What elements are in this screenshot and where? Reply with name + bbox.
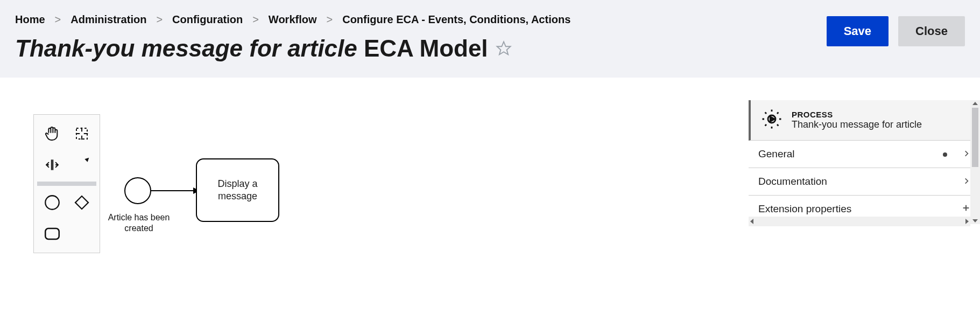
close-button[interactable]: Close xyxy=(898,16,965,46)
process-icon xyxy=(760,108,783,133)
properties-section-documentation[interactable]: Documentation xyxy=(749,168,980,196)
breadcrumb: Home > Administration > Configuration > … xyxy=(15,13,965,26)
page-title: Thank-you message for article ECA Model xyxy=(15,36,965,61)
sequence-flow-arrow[interactable] xyxy=(151,184,200,198)
scroll-left-icon[interactable] xyxy=(750,219,753,224)
scroll-up-icon[interactable] xyxy=(972,102,978,105)
breadcrumb-configuration[interactable]: Configuration xyxy=(172,13,243,26)
breadcrumb-workflow[interactable]: Workflow xyxy=(269,13,317,26)
properties-name: Thank-you message for article xyxy=(792,119,922,130)
properties-header: PROCESS Thank-you message for article xyxy=(749,100,980,141)
page-header: Home > Administration > Configuration > … xyxy=(0,0,980,78)
favorite-star-icon[interactable] xyxy=(496,36,512,61)
breadcrumb-sep: > xyxy=(252,13,259,26)
scroll-thumb[interactable] xyxy=(972,108,978,167)
task-node[interactable]: Display a message xyxy=(196,158,279,222)
breadcrumb-home[interactable]: Home xyxy=(15,13,45,26)
breadcrumb-sep: > xyxy=(327,13,333,26)
svg-point-14 xyxy=(943,152,947,157)
task-label: Display a message xyxy=(201,178,274,203)
properties-type-label: PROCESS xyxy=(792,110,922,119)
properties-horizontal-scrollbar[interactable] xyxy=(749,217,970,226)
section-label: Documentation xyxy=(758,176,827,187)
main-area: Article has been created Display a messa… xyxy=(0,78,980,321)
breadcrumb-sep: > xyxy=(55,13,61,26)
properties-section-general[interactable]: General xyxy=(749,141,980,168)
properties-panel: PROCESS Thank-you message for article Ge… xyxy=(749,100,980,223)
chevron-right-icon xyxy=(963,176,970,187)
chevron-right-icon xyxy=(963,148,970,160)
page-title-model-name: Thank-you message for article xyxy=(15,35,357,61)
dot-indicator-icon xyxy=(942,148,948,160)
section-label: Extension properties xyxy=(758,203,851,215)
start-event-node[interactable] xyxy=(124,177,151,204)
scroll-right-icon[interactable] xyxy=(965,219,969,224)
breadcrumb-sep: > xyxy=(156,13,163,26)
section-label: General xyxy=(758,148,795,160)
breadcrumb-configure-eca[interactable]: Configure ECA - Events, Conditions, Acti… xyxy=(342,13,570,26)
breadcrumb-administration[interactable]: Administration xyxy=(70,13,146,26)
properties-vertical-scrollbar[interactable] xyxy=(970,100,980,224)
header-actions: Save Close xyxy=(827,16,965,46)
page-title-suffix: ECA Model xyxy=(364,35,488,61)
scroll-down-icon[interactable] xyxy=(972,219,978,222)
plus-icon[interactable] xyxy=(962,203,970,215)
save-button[interactable]: Save xyxy=(827,16,889,46)
svg-marker-0 xyxy=(497,42,510,55)
start-event-label: Article has been created xyxy=(107,212,171,234)
svg-marker-13 xyxy=(770,117,774,122)
